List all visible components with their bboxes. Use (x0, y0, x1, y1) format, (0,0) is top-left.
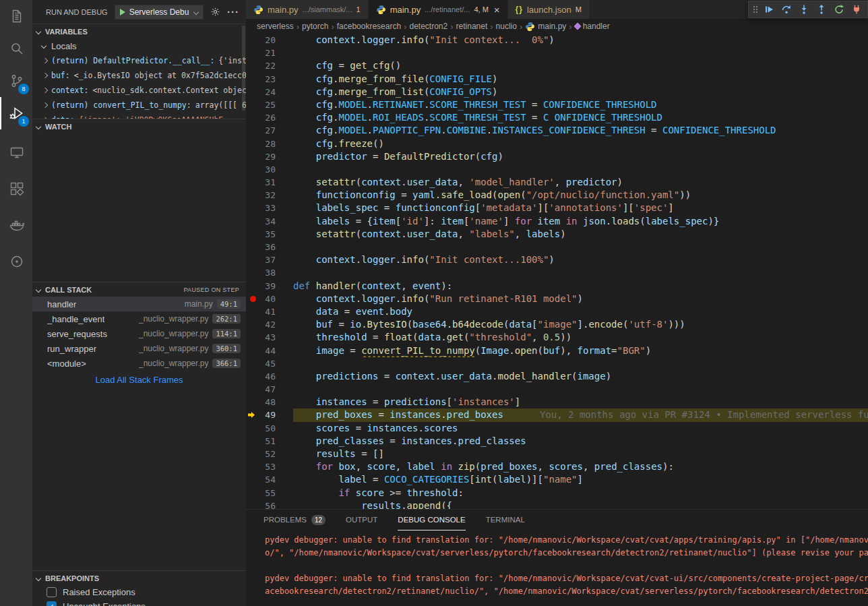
breadcrumb-item-handler[interactable]: handler (575, 22, 610, 31)
gutter[interactable]: 39 (246, 280, 293, 293)
code-text[interactable]: predictor = DefaultPredictor(cfg) (293, 150, 868, 163)
gutter[interactable]: 38 (246, 266, 293, 279)
sidebar-scrollbar[interactable] (242, 26, 245, 111)
gutter[interactable]: 24 (246, 86, 293, 98)
panel-tab-terminal[interactable]: TERMINAL (486, 510, 525, 531)
breadcrumb-item-detectron2[interactable]: detectron2 (409, 22, 447, 31)
gutter[interactable]: 46 (246, 370, 293, 383)
code-text[interactable]: context.logger.info("Run retinanet-R101 … (293, 293, 868, 305)
gutter[interactable]: 30 (246, 163, 293, 176)
step-out-button[interactable] (813, 1, 830, 18)
gutter[interactable]: 52 (246, 448, 293, 460)
gutter[interactable]: 50 (246, 422, 293, 435)
checkbox[interactable]: ✓ (46, 601, 57, 606)
gutter[interactable]: 20 (246, 34, 293, 47)
breadcrumb-item-serverless[interactable]: serverless (257, 22, 294, 31)
watch-section-header[interactable]: WATCH (32, 119, 246, 133)
code-text[interactable]: buf = io.BytesIO(base64.b64decode(data["… (293, 318, 868, 331)
code-text[interactable] (293, 163, 868, 176)
disconnect-button[interactable] (848, 1, 865, 18)
variable-row[interactable]: data:{'image': 'iVBORw0KGgoAAAANSUhE… (32, 113, 246, 119)
stack-frame[interactable]: handlermain.py49:1 (32, 297, 246, 311)
code-text[interactable]: label = COCO_CATEGORIES[int(label)]["nam… (293, 473, 868, 486)
code-text[interactable]: cfg.merge_from_list(CONFIG_OPTS) (293, 86, 868, 98)
gutter[interactable]: 41 (246, 305, 293, 318)
code-text[interactable]: context.logger.info("Init context... 0%"… (293, 34, 868, 47)
variable-row[interactable]: context:<nuclio_sdk.context.Context obje… (32, 83, 246, 98)
gutter[interactable]: 45 (246, 357, 293, 370)
panel-tab-debug-console[interactable]: DEBUG CONSOLE (398, 510, 465, 531)
breakpoint-icon[interactable] (250, 296, 256, 302)
activity-item-remote-explorer[interactable] (0, 136, 32, 169)
gutter[interactable]: 42 (246, 318, 293, 331)
close-icon[interactable]: × (494, 5, 500, 15)
code-text[interactable]: setattr(context.user_data, 'model_handle… (293, 176, 868, 189)
panel-tab-output[interactable]: OUTPUT (346, 510, 377, 531)
gutter[interactable]: 25 (246, 98, 293, 111)
breadcrumb-item-facebookresearch[interactable]: facebookresearch (337, 22, 401, 31)
code-text[interactable] (293, 241, 868, 253)
variable-row[interactable]: (return) DefaultPredictor.__call__:{'ins… (32, 53, 246, 68)
debug-config-dropdown[interactable]: Serverless Debu (115, 5, 204, 20)
code-text[interactable]: data = event.body (293, 305, 868, 318)
code-text[interactable]: predictions = context.user_data.model_ha… (293, 370, 868, 383)
stack-frame[interactable]: _handle_event_nuclio_wrapper.py262:1 (32, 311, 246, 326)
breadcrumb-item-retinanet[interactable]: retinanet (456, 22, 488, 31)
stack-frame[interactable]: run_wrapper_nuclio_wrapper.py360:1 (32, 341, 246, 356)
code-text[interactable]: setattr(context.user_data, "labels", lab… (293, 228, 868, 241)
gutter[interactable]: 28 (246, 138, 293, 150)
gutter[interactable]: 53 (246, 460, 293, 473)
gutter[interactable]: 40 (246, 293, 293, 305)
scope-locals[interactable]: Locals (32, 38, 246, 53)
toolbar-drag-handle[interactable] (751, 4, 760, 15)
code-text[interactable]: pred_boxes = instances.pred_boxesYou, 2 … (293, 408, 868, 421)
gutter[interactable]: 36 (246, 241, 293, 253)
gutter[interactable]: 31 (246, 176, 293, 189)
continue-button[interactable] (760, 1, 778, 18)
gutter[interactable]: 27 (246, 124, 293, 137)
activity-item-extensions[interactable] (0, 173, 32, 205)
gutter[interactable]: 51 (246, 435, 293, 448)
more-actions-icon[interactable]: ··· (227, 7, 239, 17)
code-text[interactable]: scores = instances.scores (293, 422, 868, 435)
activity-item-run-and-debug[interactable]: 1 (0, 97, 32, 129)
load-all-stack-frames-link[interactable]: Load All Stack Frames (32, 371, 246, 388)
gutter[interactable]: 37 (246, 253, 293, 266)
code-text[interactable]: cfg.MODEL.PANOPTIC_FPN.COMBINE.INSTANCES… (293, 124, 868, 137)
code-text[interactable]: results.append({ (293, 499, 868, 509)
code-text[interactable]: for box, score, label in zip(pred_boxes,… (293, 460, 868, 473)
gutter[interactable]: 26 (246, 111, 293, 124)
activity-item-docker[interactable] (0, 209, 32, 241)
gutter[interactable]: 56 (246, 499, 293, 509)
variable-row[interactable]: buf:<_io.BytesIO object at 0x7f5a2dc1ecc… (32, 68, 246, 83)
code-text[interactable]: pred_classes = instances.pred_classes (293, 435, 868, 448)
code-text[interactable]: cfg.freeze() (293, 138, 868, 150)
gutter[interactable]: 34 (246, 215, 293, 228)
call-stack-section-header[interactable]: CALL STACK PAUSED ON STEP (32, 282, 246, 297)
breadcrumb-item-main-py[interactable]: main.py (525, 22, 566, 32)
code-text[interactable]: context.logger.info("Init context...100%… (293, 253, 868, 266)
code-text[interactable]: threshold = float(data.get("threshold", … (293, 331, 868, 344)
gutter[interactable]: 43 (246, 331, 293, 344)
code-text[interactable] (293, 357, 868, 370)
code-area[interactable]: 20 context.logger.info("Init context... … (246, 34, 868, 509)
breakpoint-item[interactable]: Raised Exceptions (32, 585, 246, 599)
code-text[interactable]: labels = {item['id']: item['name'] for i… (293, 215, 868, 228)
gutter[interactable]: 35 (246, 228, 293, 241)
gear-icon[interactable] (210, 7, 220, 17)
editor-tab-main-py[interactable]: main.py.../siammask/...1 (246, 0, 369, 19)
variable-row[interactable]: (return) convert_PIL_to_numpy:array([[[ … (32, 98, 246, 113)
gutter[interactable]: 22 (246, 59, 293, 72)
gutter[interactable]: 47 (246, 383, 293, 396)
code-text[interactable]: functionconfig = yaml.safe_load(open("/o… (293, 189, 868, 202)
activity-item-search[interactable] (0, 32, 32, 65)
gutter[interactable]: 29 (246, 150, 293, 163)
code-text[interactable] (293, 266, 868, 279)
breadcrumb-item-nuclio[interactable]: nuclio (496, 22, 517, 31)
code-text[interactable]: image = convert_PIL_to_numpy(Image.open(… (293, 344, 868, 357)
code-text[interactable] (293, 47, 868, 59)
editor-tab-launch-json[interactable]: {}launch.jsonM (508, 0, 590, 19)
gutter[interactable]: 23 (246, 73, 293, 86)
code-text[interactable]: cfg.merge_from_file(CONFIG_FILE) (293, 73, 868, 86)
breakpoint-item[interactable]: ✓Uncaught Exceptions (32, 599, 246, 606)
